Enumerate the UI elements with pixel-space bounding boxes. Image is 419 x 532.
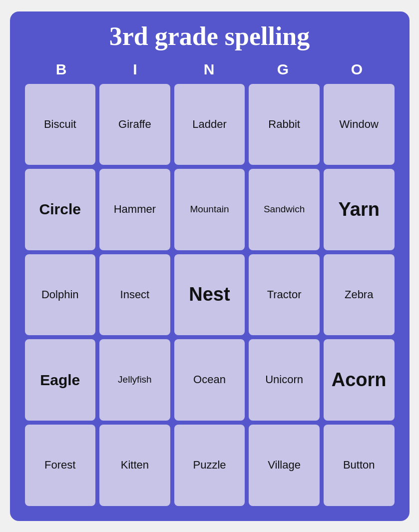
bingo-cell[interactable]: Window <box>324 84 395 165</box>
bingo-cell[interactable]: Button <box>324 425 395 506</box>
bingo-cell[interactable]: Circle <box>25 169 96 250</box>
cell-word: Circle <box>39 200 81 218</box>
cell-word: Giraffe <box>118 118 151 131</box>
cell-word: Tractor <box>267 288 302 301</box>
cell-word: Zebra <box>345 288 373 301</box>
bingo-cell[interactable]: Ladder <box>174 84 245 165</box>
bingo-cell[interactable]: Kitten <box>99 425 170 506</box>
bingo-cell[interactable]: Ocean <box>174 339 245 421</box>
cell-word: Rabbit <box>268 118 300 131</box>
card-title: 3rd grade spelling <box>109 21 310 51</box>
bingo-cell[interactable]: Eagle <box>25 339 96 421</box>
cell-word: Nest <box>189 283 230 306</box>
cell-word: Dolphin <box>41 288 79 301</box>
bingo-header-letter: O <box>321 59 395 80</box>
bingo-cell[interactable]: Giraffe <box>99 84 170 165</box>
bingo-cell[interactable]: Puzzle <box>174 425 245 506</box>
bingo-header-letter: I <box>99 59 173 80</box>
cell-word: Village <box>268 459 301 472</box>
bingo-cell[interactable]: Unicorn <box>249 339 320 421</box>
cell-word: Hammer <box>114 203 156 216</box>
bingo-cell[interactable]: Village <box>249 425 320 506</box>
bingo-cell[interactable]: Yarn <box>324 169 395 250</box>
bingo-header-letter: B <box>25 59 99 80</box>
bingo-grid: BiscuitGiraffeLadderRabbitWindowCircleHa… <box>25 84 395 506</box>
bingo-cell[interactable]: Jellyfish <box>99 339 170 421</box>
bingo-header-letter: G <box>247 59 321 80</box>
bingo-cell[interactable]: Tractor <box>249 254 320 336</box>
cell-word: Sandwich <box>264 204 305 215</box>
cell-word: Biscuit <box>44 118 76 131</box>
bingo-cell[interactable]: Forest <box>25 425 96 506</box>
cell-word: Ladder <box>192 118 227 131</box>
cell-word: Button <box>343 459 375 472</box>
bingo-cell[interactable]: Zebra <box>324 254 395 336</box>
cell-word: Mountain <box>190 204 229 215</box>
cell-word: Window <box>340 118 379 131</box>
cell-word: Acorn <box>332 369 387 392</box>
cell-word: Insect <box>120 288 150 301</box>
bingo-cell[interactable]: Rabbit <box>249 84 320 165</box>
bingo-header: BINGO <box>25 59 395 80</box>
bingo-cell[interactable]: Sandwich <box>249 169 320 250</box>
cell-word: Yarn <box>339 198 380 221</box>
bingo-cell[interactable]: Dolphin <box>25 254 96 336</box>
cell-word: Ocean <box>193 373 226 386</box>
bingo-cell[interactable]: Insect <box>99 254 170 336</box>
cell-word: Eagle <box>40 371 80 389</box>
cell-word: Jellyfish <box>118 374 152 386</box>
bingo-card: 3rd grade spelling BINGO BiscuitGiraffeL… <box>10 11 410 521</box>
bingo-cell[interactable]: Mountain <box>174 169 245 250</box>
bingo-cell[interactable]: Biscuit <box>25 84 96 165</box>
cell-word: Kitten <box>121 459 149 472</box>
cell-word: Unicorn <box>265 373 303 386</box>
cell-word: Forest <box>44 459 75 472</box>
bingo-cell[interactable]: Nest <box>174 254 245 336</box>
bingo-cell[interactable]: Hammer <box>99 169 170 250</box>
bingo-header-letter: N <box>173 59 247 80</box>
cell-word: Puzzle <box>193 459 226 472</box>
bingo-cell[interactable]: Acorn <box>324 339 395 421</box>
